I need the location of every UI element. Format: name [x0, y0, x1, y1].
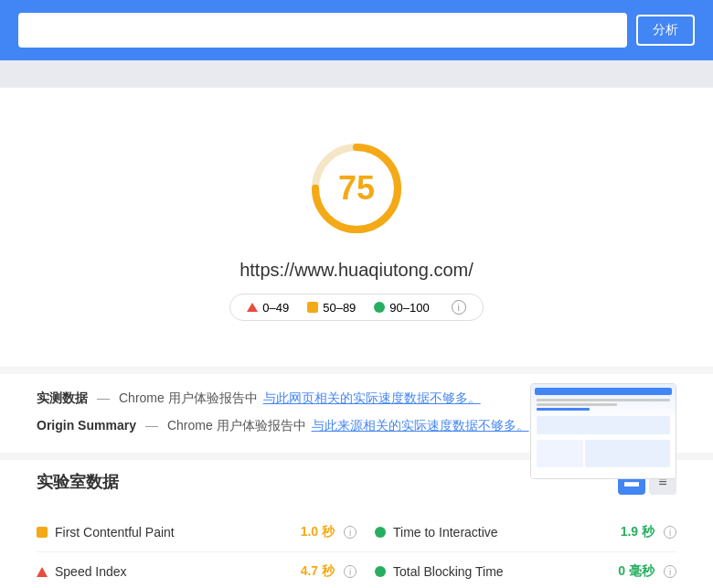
field-label-2: Origin Summary — [37, 418, 136, 433]
field-dash-2: — — [145, 418, 158, 433]
metrics-grid: First Contentful Paint 1.0 秒 i Time to I… — [37, 513, 676, 588]
score-value: 75 — [338, 169, 375, 208]
legend-icon-orange — [307, 302, 318, 313]
metric-name-fcp: First Contentful Paint — [55, 525, 293, 540]
metric-value-fcp: 1.0 秒 — [301, 524, 335, 540]
metric-icon-tbt — [375, 566, 386, 577]
metric-value-tbt: 0 毫秒 — [618, 563, 654, 580]
legend-orange: 50–89 — [307, 301, 356, 315]
metric-tbt: Total Blocking Time 0 毫秒 i — [356, 552, 676, 588]
metric-value-tti: 1.9 秒 — [621, 524, 654, 540]
metric-name-si: Speed Index — [55, 564, 293, 579]
metric-icon-tti — [375, 527, 386, 538]
legend-label-green: 90–100 — [389, 301, 429, 315]
page-header: http://www.huaqiutong.com/ 分析 — [0, 0, 713, 60]
metric-value-si: 4.7 秒 — [301, 563, 335, 580]
legend-green: 90–100 — [374, 301, 429, 315]
metric-fcp: First Contentful Paint 1.0 秒 i — [37, 513, 356, 552]
field-link-1[interactable]: 与此网页相关的实际速度数据不够多。 — [263, 390, 481, 407]
url-input[interactable]: http://www.huaqiutong.com/ — [18, 13, 627, 48]
metric-name-tti: Time to Interactive — [393, 525, 613, 540]
metric-info-fcp[interactable]: i — [344, 526, 356, 539]
metric-info-si[interactable]: i — [344, 565, 356, 578]
score-url: https://www.huaqiutong.com/ — [239, 260, 474, 281]
legend-label-orange: 50–89 — [323, 301, 356, 315]
legend-info-icon[interactable]: i — [452, 300, 466, 315]
legend-red: 0–49 — [247, 301, 289, 315]
field-dash-1: — — [97, 390, 110, 405]
score-circle: 75 — [302, 134, 411, 243]
field-link-2[interactable]: 与此来源相关的实际速度数据不够多。 — [312, 418, 529, 434]
score-legend: 0–49 50–89 90–100 i — [229, 294, 483, 321]
metric-info-tbt[interactable]: i — [664, 565, 676, 578]
metric-info-tti[interactable]: i — [664, 526, 676, 539]
legend-icon-red — [247, 303, 258, 312]
analyze-button[interactable]: 分析 — [636, 15, 695, 46]
score-section: 75 https://www.huaqiutong.com/ 0–49 50–8… — [0, 88, 713, 367]
metric-name-tbt: Total Blocking Time — [393, 564, 611, 579]
field-text-2: Chrome 用户体验报告中 — [167, 418, 306, 434]
field-data-section: 实测数据 — Chrome 用户体验报告中 与此网页相关的实际速度数据不够多。 … — [0, 367, 713, 453]
metric-icon-fcp — [37, 527, 48, 538]
page-thumbnail — [530, 383, 676, 479]
field-text-1: Chrome 用户体验报告中 — [119, 390, 258, 407]
sub-header-bar — [0, 60, 713, 88]
lab-title: 实验室数据 — [37, 471, 119, 493]
metric-icon-si — [37, 567, 48, 577]
metric-tti: Time to Interactive 1.9 秒 i — [356, 513, 676, 552]
legend-icon-green — [374, 302, 385, 313]
legend-label-red: 0–49 — [262, 301, 289, 315]
field-label-1: 实测数据 — [37, 390, 88, 407]
metric-si: Speed Index 4.7 秒 i — [37, 552, 356, 588]
